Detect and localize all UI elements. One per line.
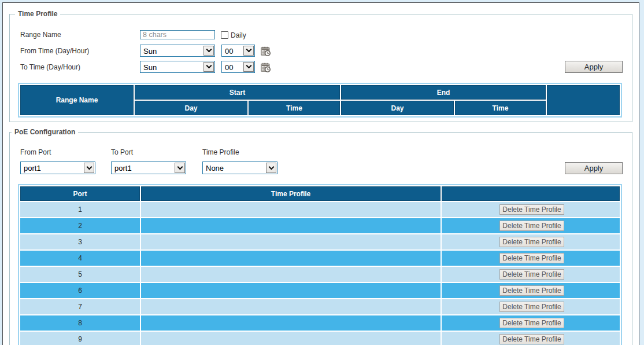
time-profile-cell — [141, 202, 441, 217]
chevron-shape — [177, 164, 183, 170]
poe-table-row: 8 Delete Time Profile — [20, 315, 620, 331]
time-profile-column-header: Time Profile — [141, 186, 441, 201]
delete-column-header — [442, 186, 620, 201]
to-day-select[interactable]: Sun — [140, 61, 215, 73]
delete-time-profile-button[interactable]: Delete Time Profile — [499, 318, 564, 328]
time-profile-legend: Time Profile — [15, 10, 60, 19]
port-cell: 7 — [20, 299, 140, 314]
time-profile-apply-button[interactable]: Apply — [565, 61, 623, 73]
from-time-label: From Time (Day/Hour) — [20, 47, 89, 55]
poe-table-row: 7 Delete Time Profile — [20, 299, 620, 314]
chevron-down-icon — [175, 163, 185, 173]
delete-cell: Delete Time Profile — [442, 299, 620, 314]
range-name-column-header: Range Name — [20, 85, 134, 115]
range-table-header-row-1: Range Name Start End — [20, 85, 620, 100]
from-port-select[interactable]: port1 — [20, 162, 95, 174]
chevron-down-icon — [243, 62, 254, 72]
chevron-down-icon — [266, 163, 276, 173]
delete-cell: Delete Time Profile — [442, 315, 620, 331]
delete-cell: Delete Time Profile — [442, 283, 620, 298]
from-day-select[interactable]: Sun — [140, 45, 215, 57]
end-day-column-header: Day — [341, 101, 454, 115]
range-name-label: Range Name — [20, 31, 61, 39]
calendar-clock-icon[interactable] — [261, 46, 271, 56]
delete-time-profile-button[interactable]: Delete Time Profile — [499, 269, 564, 280]
poe-table-row: 2 Delete Time Profile — [20, 218, 620, 233]
end-column-header: End — [341, 85, 546, 100]
poe-table-row: 9 Delete Time Profile — [20, 332, 620, 345]
delete-cell: Delete Time Profile — [442, 218, 620, 233]
start-time-column-header: Time — [249, 101, 340, 115]
to-port-label: To Port — [111, 148, 133, 156]
delete-cell: Delete Time Profile — [442, 332, 620, 345]
from-port-label: From Port — [20, 148, 51, 156]
poe-table-row: 1 Delete Time Profile — [20, 202, 620, 217]
chevron-shape — [246, 46, 251, 52]
to-hour-select-value: 00 — [225, 63, 233, 71]
from-hour-select[interactable]: 00 — [221, 45, 255, 57]
delete-time-profile-button[interactable]: Delete Time Profile — [499, 204, 564, 215]
actions-column-header — [547, 85, 620, 115]
time-profile-cell — [141, 299, 441, 314]
port-cell: 2 — [20, 218, 140, 233]
chevron-shape — [206, 63, 212, 68]
delete-time-profile-button[interactable]: Delete Time Profile — [499, 221, 564, 231]
to-hour-select[interactable]: 00 — [221, 61, 255, 73]
chevron-down-icon — [84, 163, 94, 173]
chevron-shape — [206, 46, 212, 52]
daily-checkbox[interactable] — [221, 31, 228, 39]
poe-configuration-apply-button[interactable]: Apply — [565, 162, 623, 174]
from-hour-select-value: 00 — [225, 46, 233, 55]
port-column-header: Port — [20, 186, 140, 201]
poe-port-table: Port Time Profile 1 Delete Time Profile … — [18, 184, 622, 345]
time-profile-cell — [141, 218, 441, 233]
time-range-table: Range Name Start End Day Time Day Time — [18, 83, 622, 118]
to-port-select-value: port1 — [114, 164, 132, 172]
range-name-input[interactable] — [140, 30, 215, 39]
time-profile-cell — [141, 332, 441, 345]
port-cell: 3 — [20, 234, 140, 249]
time-profile-cell — [141, 315, 441, 331]
chevron-shape — [246, 63, 251, 68]
poe-table-header-row: Port Time Profile — [20, 186, 620, 201]
chevron-down-icon — [203, 62, 214, 72]
calendar-clock-icon[interactable] — [261, 63, 271, 72]
from-port-select-value: port1 — [24, 164, 41, 172]
to-port-select[interactable]: port1 — [111, 162, 186, 174]
chevron-down-icon — [203, 46, 214, 56]
chevron-down-icon — [243, 46, 254, 56]
port-cell: 6 — [20, 283, 140, 298]
poe-configuration-legend: PoE Configuration — [12, 128, 78, 137]
time-profile-select[interactable]: None — [202, 162, 277, 174]
daily-label: Daily — [231, 31, 246, 39]
delete-time-profile-button[interactable]: Delete Time Profile — [499, 237, 564, 247]
delete-time-profile-button[interactable]: Delete Time Profile — [499, 334, 564, 344]
delete-cell: Delete Time Profile — [442, 234, 620, 249]
port-cell: 9 — [20, 332, 140, 345]
to-day-select-value: Sun — [143, 63, 157, 71]
time-profile-cell — [141, 234, 441, 249]
poe-table-row: 3 Delete Time Profile — [20, 234, 620, 249]
time-profile-cell — [141, 251, 441, 266]
port-cell: 8 — [20, 315, 140, 331]
time-profile-cell — [141, 283, 441, 298]
time-profile-cell — [141, 267, 441, 282]
delete-cell: Delete Time Profile — [442, 202, 620, 217]
time-profile-select-value: None — [206, 164, 224, 172]
chevron-shape — [268, 164, 274, 170]
port-cell: 5 — [20, 267, 140, 282]
port-cell: 4 — [20, 251, 140, 266]
delete-time-profile-button[interactable]: Delete Time Profile — [499, 253, 564, 263]
delete-time-profile-button[interactable]: Delete Time Profile — [499, 302, 564, 312]
delete-cell: Delete Time Profile — [442, 251, 620, 266]
start-day-column-header: Day — [135, 101, 247, 115]
from-day-select-value: Sun — [143, 46, 157, 55]
to-time-label: To Time (Day/Hour) — [20, 63, 80, 71]
poe-table-row: 5 Delete Time Profile — [20, 267, 620, 282]
chevron-shape — [86, 164, 92, 170]
end-time-column-header: Time — [455, 101, 546, 115]
poe-table-row: 4 Delete Time Profile — [20, 251, 620, 266]
poe-table-row: 6 Delete Time Profile — [20, 283, 620, 298]
delete-time-profile-button[interactable]: Delete Time Profile — [499, 285, 564, 296]
port-cell: 1 — [20, 202, 140, 217]
